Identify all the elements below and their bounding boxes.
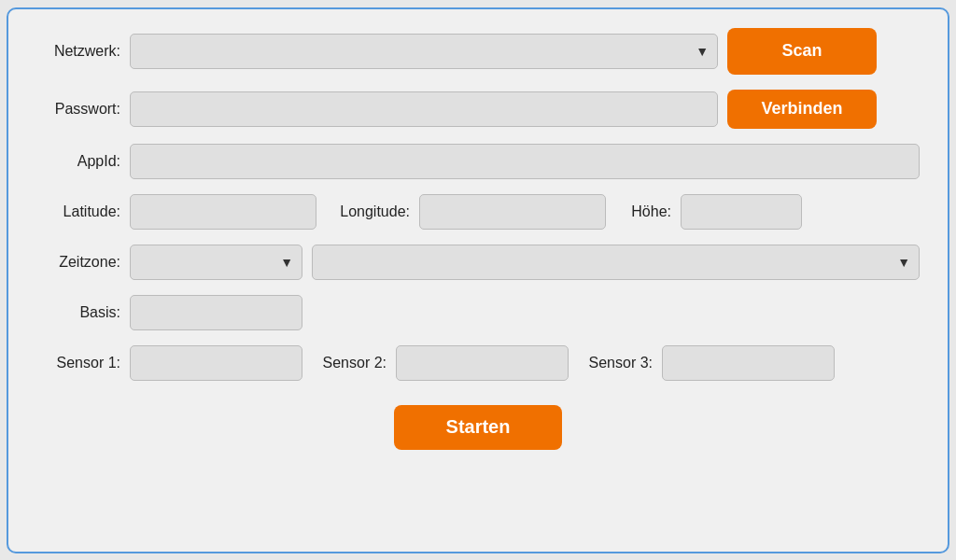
hoehe-input[interactable] <box>681 194 802 230</box>
basis-row: Basis: <box>36 295 920 330</box>
passwort-row: Passwort: Verbinden <box>36 90 920 129</box>
scan-button[interactable]: Scan <box>727 28 877 75</box>
netzwerk-row: Netzwerk: ▼ Scan <box>36 28 920 75</box>
appid-input[interactable] <box>130 144 920 179</box>
hoehe-label: Höhe: <box>615 203 671 220</box>
netzwerk-select-wrapper: ▼ <box>130 34 718 69</box>
zeitzone-row: Zeitzone: ▼ ▼ <box>36 245 920 280</box>
appid-label: AppId: <box>36 153 120 170</box>
verbinden-button[interactable]: Verbinden <box>727 90 877 129</box>
longitude-input[interactable] <box>419 194 606 230</box>
basis-label: Basis: <box>36 304 120 321</box>
sensor2-input[interactable] <box>396 345 569 381</box>
zeitzone-label: Zeitzone: <box>36 254 120 271</box>
zeitzone-select2-wrapper: ▼ <box>312 245 920 280</box>
zeitzone-select1[interactable] <box>130 245 302 280</box>
sensor3-label: Sensor 3: <box>578 355 653 371</box>
main-form: Netzwerk: ▼ Scan Passwort: Verbinden App… <box>7 7 949 553</box>
sensor1-label: Sensor 1: <box>36 355 120 371</box>
sensors-row: Sensor 1: Sensor 2: Sensor 3: <box>36 345 920 381</box>
sensor2-label: Sensor 2: <box>312 355 387 371</box>
netzwerk-label: Netzwerk: <box>36 43 120 60</box>
latitude-label: Latitude: <box>36 203 120 220</box>
appid-row: AppId: <box>36 144 920 179</box>
longitude-label: Longitude: <box>326 203 410 220</box>
zeitzone-select2[interactable] <box>312 245 920 280</box>
coordinates-row: Latitude: Longitude: Höhe: <box>36 194 920 230</box>
passwort-input[interactable] <box>130 91 718 127</box>
starten-button[interactable]: Starten <box>394 405 562 450</box>
sensor1-input[interactable] <box>130 345 302 381</box>
sensor3-input[interactable] <box>662 345 835 381</box>
passwort-label: Passwort: <box>36 101 120 118</box>
latitude-input[interactable] <box>130 194 316 230</box>
zeitzone-select1-wrapper: ▼ <box>130 245 302 280</box>
basis-input[interactable] <box>130 295 302 330</box>
starten-row: Starten <box>36 405 920 450</box>
netzwerk-select[interactable] <box>130 34 718 69</box>
